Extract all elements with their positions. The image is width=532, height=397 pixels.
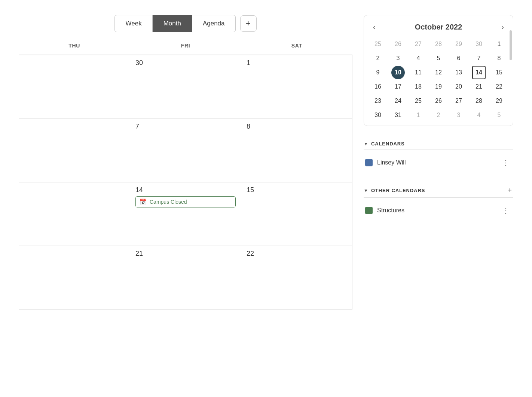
mini-cal-cell[interactable]: 10 bbox=[391, 66, 405, 79]
mini-cal-cell[interactable]: 31 bbox=[391, 108, 405, 122]
month-view-button[interactable]: Month bbox=[153, 15, 192, 32]
next-month-button[interactable]: › bbox=[498, 22, 507, 32]
mini-cal-cell[interactable]: 23 bbox=[371, 94, 385, 108]
mini-cal-cell[interactable]: 17 bbox=[391, 80, 405, 93]
mini-cal-cell[interactable]: 11 bbox=[412, 66, 425, 79]
mini-cal-cell[interactable]: 28 bbox=[432, 37, 445, 51]
event-calendar-icon: 📅 bbox=[140, 198, 147, 205]
other-calendar-menu-button[interactable]: ⋮ bbox=[500, 205, 512, 216]
mini-cal-cell[interactable]: 2 bbox=[371, 52, 385, 65]
calendar-name: Linsey Will bbox=[377, 159, 495, 166]
mini-cal-cell[interactable]: 16 bbox=[371, 80, 385, 93]
mini-calendar-scrollbar bbox=[508, 15, 513, 126]
mini-cal-cell[interactable]: 30 bbox=[472, 37, 486, 51]
mini-calendar-header: ‹ October 2022 › bbox=[368, 22, 509, 32]
cal-date-sat-w1: 1 bbox=[247, 59, 347, 67]
cal-date-sat-w4: 22 bbox=[247, 250, 347, 258]
mini-cal-cell[interactable]: 4 bbox=[412, 52, 425, 65]
mini-cal-cell[interactable]: 5 bbox=[492, 108, 506, 122]
mini-cal-cell[interactable]: 26 bbox=[391, 37, 405, 51]
table-row[interactable]: 21 bbox=[130, 246, 241, 310]
table-row[interactable]: 15 bbox=[241, 182, 352, 246]
calendar-grid: 30 1 7 8 14 📅 Campus Closed bbox=[19, 55, 352, 310]
table-row[interactable]: 14 📅 Campus Closed bbox=[130, 182, 241, 246]
sidebar: ‹ October 2022 › 25262728293012345678910… bbox=[364, 15, 513, 310]
calendars-section-header[interactable]: ▼ CALENDARS bbox=[364, 137, 513, 150]
mini-cal-cell[interactable]: 1 bbox=[412, 108, 425, 122]
calendars-section-title: CALENDARS bbox=[371, 141, 405, 147]
toolbar: Week Month Agenda + bbox=[19, 15, 352, 32]
calendar-menu-button[interactable]: ⋮ bbox=[500, 157, 512, 168]
mini-cal-cell[interactable]: 24 bbox=[391, 94, 405, 108]
cal-date-sat-w3: 15 bbox=[247, 186, 347, 194]
mini-cal-cell[interactable]: 29 bbox=[452, 37, 465, 51]
other-calendars-chevron-icon: ▼ bbox=[364, 188, 368, 193]
mini-cal-cell[interactable]: 15 bbox=[492, 66, 506, 79]
cal-date-fri-w3: 14 bbox=[135, 186, 236, 194]
other-calendars-section-title: OTHER CALENDARS bbox=[371, 188, 425, 193]
table-row bbox=[19, 119, 130, 182]
mini-cal-cell[interactable]: 7 bbox=[472, 52, 486, 65]
prev-month-button[interactable]: ‹ bbox=[370, 22, 379, 32]
main-layout: Week Month Agenda + THU FRI SAT 30 1 7 bbox=[7, 7, 525, 317]
mini-cal-cell[interactable]: 19 bbox=[432, 80, 445, 93]
mini-calendar-title: October 2022 bbox=[415, 23, 462, 31]
mini-cal-cell[interactable]: 18 bbox=[412, 80, 425, 93]
table-row[interactable]: 7 bbox=[130, 119, 241, 182]
mini-cal-cell[interactable]: 30 bbox=[371, 108, 385, 122]
table-row[interactable]: 22 bbox=[241, 246, 352, 310]
list-item[interactable]: Structures ⋮ bbox=[364, 201, 513, 219]
cal-date-fri-w4: 21 bbox=[135, 250, 236, 258]
mini-cal-cell[interactable]: 14 bbox=[472, 66, 486, 79]
mini-cal-cell[interactable]: 27 bbox=[452, 94, 465, 108]
cal-date-sat-w2: 8 bbox=[247, 123, 347, 130]
mini-cal-cell[interactable]: 27 bbox=[412, 37, 425, 51]
mini-cal-cell[interactable]: 25 bbox=[371, 37, 385, 51]
mini-cal-cell[interactable]: 9 bbox=[371, 66, 385, 79]
mini-cal-cell[interactable]: 3 bbox=[391, 52, 405, 65]
mini-cal-cell[interactable]: 5 bbox=[432, 52, 445, 65]
calendars-section: ▼ CALENDARS Linsey Will ⋮ bbox=[364, 137, 513, 172]
table-row[interactable]: 30 bbox=[130, 55, 241, 119]
other-calendars-section: ▼ OTHER CALENDARS + Structures ⋮ bbox=[364, 183, 513, 219]
mini-cal-cell[interactable]: 28 bbox=[472, 94, 486, 108]
cal-date-fri-w2: 7 bbox=[135, 123, 236, 130]
other-calendars-section-header[interactable]: ▼ OTHER CALENDARS + bbox=[364, 183, 513, 198]
mini-cal-cell[interactable]: 6 bbox=[452, 52, 465, 65]
event-label: Campus Closed bbox=[150, 199, 187, 205]
list-item[interactable]: Linsey Will ⋮ bbox=[364, 154, 513, 172]
mini-cal-cell[interactable]: 20 bbox=[452, 80, 465, 93]
other-calendar-name: Structures bbox=[377, 207, 495, 214]
table-row[interactable]: 8 bbox=[241, 119, 352, 182]
mini-cal-cell[interactable]: 4 bbox=[472, 108, 486, 122]
add-other-calendar-button[interactable]: + bbox=[506, 187, 513, 194]
calendars-chevron-icon: ▼ bbox=[364, 141, 368, 147]
mini-cal-cell[interactable]: 13 bbox=[452, 66, 465, 79]
day-header-thu: THU bbox=[19, 40, 130, 52]
table-row[interactable]: 1 bbox=[241, 55, 352, 119]
add-event-button[interactable]: + bbox=[240, 15, 257, 32]
calendar-section: Week Month Agenda + THU FRI SAT 30 1 7 bbox=[19, 15, 352, 310]
mini-cal-cell[interactable]: 29 bbox=[492, 94, 506, 108]
campus-closed-event[interactable]: 📅 Campus Closed bbox=[135, 196, 236, 207]
table-row bbox=[19, 182, 130, 246]
mini-cal-cell[interactable]: 21 bbox=[472, 80, 486, 93]
cal-date-fri-w1: 30 bbox=[135, 59, 236, 67]
other-calendar-color-swatch bbox=[365, 207, 373, 214]
mini-cal-cell[interactable]: 1 bbox=[492, 37, 506, 51]
table-row bbox=[19, 55, 130, 119]
mini-cal-cell[interactable]: 8 bbox=[492, 52, 506, 65]
mini-cal-cell[interactable]: 25 bbox=[412, 94, 425, 108]
mini-cal-cell[interactable]: 26 bbox=[432, 94, 445, 108]
agenda-view-button[interactable]: Agenda bbox=[192, 15, 236, 32]
mini-cal-cell[interactable]: 22 bbox=[492, 80, 506, 93]
table-row bbox=[19, 246, 130, 310]
day-headers: THU FRI SAT bbox=[19, 40, 352, 55]
scroll-thumb bbox=[510, 30, 512, 60]
mini-cal-cell[interactable]: 12 bbox=[432, 66, 445, 79]
day-header-sat: SAT bbox=[241, 40, 352, 52]
week-view-button[interactable]: Week bbox=[114, 15, 152, 32]
mini-calendar-grid: 2526272829301234567891011121314151617181… bbox=[368, 37, 509, 122]
mini-cal-cell[interactable]: 2 bbox=[432, 108, 445, 122]
mini-cal-cell[interactable]: 3 bbox=[452, 108, 465, 122]
